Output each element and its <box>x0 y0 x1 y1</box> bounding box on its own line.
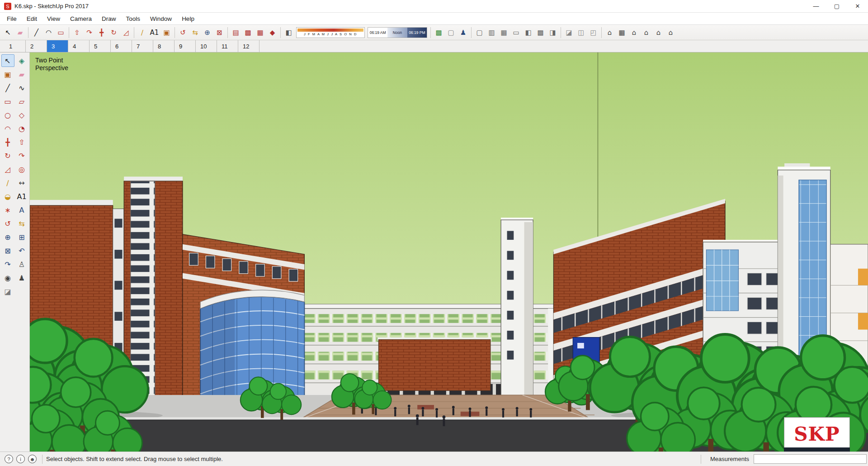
back-edges-style[interactable]: ▥ <box>486 26 498 38</box>
section-plane[interactable]: ◪ <box>563 26 575 38</box>
add-location[interactable]: ▢ <box>445 26 457 38</box>
right-view[interactable]: ⌂ <box>640 26 652 38</box>
help-icon[interactable]: ? <box>5 455 13 463</box>
menu-window[interactable]: Window <box>145 15 177 22</box>
dimension-tool[interactable]: ↔ <box>15 176 28 189</box>
textured-style[interactable]: ▩ <box>534 26 547 38</box>
orbit-tool[interactable]: ↺ <box>1 217 14 230</box>
minimize-button[interactable]: — <box>806 0 826 13</box>
text-tool[interactable]: A1 <box>15 190 28 203</box>
3d-text-tool[interactable]: A <box>15 204 28 216</box>
scene-tab-11[interactable]: 11 <box>217 40 238 52</box>
info-icon[interactable]: i <box>16 455 25 463</box>
sign-in-icon[interactable]: ☻ <box>28 455 37 463</box>
tape-measure-tool[interactable]: ∕ <box>136 26 148 38</box>
scene-tab-2[interactable]: 2 <box>26 40 47 52</box>
scene-tab-6[interactable]: 6 <box>111 40 132 52</box>
follow-me-tool[interactable]: ↷ <box>83 26 95 38</box>
front-view[interactable]: ⌂ <box>628 26 640 38</box>
zoom-tool[interactable]: ⊕ <box>1 231 14 243</box>
section-fill[interactable]: ◰ <box>587 26 599 38</box>
make-component-tool[interactable]: ◈ <box>15 54 28 67</box>
tape-measure-tool[interactable]: ∕ <box>1 176 14 189</box>
scene-tab-12[interactable]: 12 <box>238 40 259 52</box>
maximize-button[interactable]: ▢ <box>826 0 847 13</box>
axes-tool[interactable]: ∗ <box>1 204 14 216</box>
line-tool[interactable]: ╱ <box>30 26 42 38</box>
scene-tab-4[interactable]: 4 <box>68 40 90 52</box>
left-view[interactable]: ⌂ <box>665 26 677 38</box>
text-tool[interactable]: A1 <box>148 26 160 38</box>
select-tool[interactable]: ↖ <box>2 26 14 38</box>
offset-tool[interactable]: ◎ <box>15 163 28 176</box>
extension-warehouse[interactable]: ◆ <box>266 26 278 38</box>
scene-tab-9[interactable]: 9 <box>175 40 196 52</box>
photo-textures[interactable]: ♟ <box>457 26 469 38</box>
rectangle-tool[interactable]: ▭ <box>1 95 14 108</box>
menu-draw[interactable]: Draw <box>97 15 121 22</box>
pan-tool[interactable]: ⇆ <box>189 26 201 38</box>
arc-tool[interactable]: ◠ <box>1 122 14 135</box>
scale-tool[interactable]: ◿ <box>1 163 14 176</box>
components-browser[interactable]: ▤ <box>230 26 242 38</box>
measurements-input[interactable] <box>754 454 867 464</box>
menu-edit[interactable]: Edit <box>22 15 42 22</box>
geo-location[interactable]: ▩ <box>433 26 445 38</box>
shapes-tool[interactable]: ▭ <box>55 26 67 38</box>
top-view[interactable]: ▦ <box>616 26 628 38</box>
scene-tab-1[interactable]: 1 <box>5 40 26 52</box>
polygon-tool[interactable]: ◇ <box>15 109 28 121</box>
arc-tool[interactable]: ◠ <box>42 26 55 38</box>
follow-me-tool[interactable]: ↷ <box>15 149 28 162</box>
menu-file[interactable]: File <box>2 15 22 22</box>
scene-tab-8[interactable]: 8 <box>153 40 175 52</box>
xray-style[interactable]: ▢ <box>473 26 486 38</box>
rotated-rectangle-tool[interactable]: ▱ <box>15 95 28 108</box>
paint-bucket-tool[interactable]: ▣ <box>1 68 14 81</box>
pie-tool[interactable]: ◔ <box>15 122 28 135</box>
select-tool[interactable]: ↖ <box>1 54 14 67</box>
section-plane-tool[interactable]: ◪ <box>1 285 14 298</box>
menu-tools[interactable]: Tools <box>121 15 146 22</box>
zoom-window-tool[interactable]: ⊞ <box>15 231 28 243</box>
back-view[interactable]: ⌂ <box>652 26 665 38</box>
zoom-extents-tool[interactable]: ⊠ <box>213 26 226 38</box>
shadow-date-slider[interactable]: J F M A M J J A S O N D <box>296 27 365 38</box>
previous-view-tool[interactable]: ↶ <box>15 244 28 257</box>
push-pull-tool[interactable]: ⇧ <box>15 136 28 148</box>
eraser-tool[interactable]: ▰ <box>14 26 26 38</box>
rotate-tool[interactable]: ↻ <box>108 26 120 38</box>
pan-tool[interactable]: ⇆ <box>15 217 28 230</box>
scene-tab-7[interactable]: 7 <box>132 40 153 52</box>
styles-browser[interactable]: ▦ <box>254 26 266 38</box>
menu-view[interactable]: View <box>42 15 65 22</box>
iso-view[interactable]: ⌂ <box>604 26 616 38</box>
scene-tab-3[interactable]: 3 <box>47 40 68 52</box>
freehand-tool[interactable]: ∿ <box>15 81 28 94</box>
eraser-tool[interactable]: ▰ <box>15 68 28 81</box>
circle-tool[interactable]: ○ <box>1 109 14 121</box>
scale-tool[interactable]: ◿ <box>120 26 132 38</box>
paint-bucket-tool[interactable]: ▣ <box>160 26 173 38</box>
materials-browser[interactable]: ▩ <box>242 26 254 38</box>
hidden-line-style[interactable]: ▭ <box>510 26 522 38</box>
menu-camera[interactable]: Camera <box>65 15 97 22</box>
scene-tab-5[interactable]: 5 <box>90 40 111 52</box>
zoom-tool[interactable]: ⊕ <box>201 26 213 38</box>
scene-tab-10[interactable]: 10 <box>196 40 217 52</box>
zoom-extents-tool[interactable]: ⊠ <box>1 244 14 257</box>
menu-help[interactable]: Help <box>177 15 199 22</box>
shadows-toggle[interactable]: ◧ <box>283 26 295 38</box>
orbit-tool[interactable]: ↺ <box>177 26 189 38</box>
viewport[interactable]: Two Point Perspective SKP <box>30 52 868 452</box>
next-view-tool[interactable]: ↷ <box>1 258 14 271</box>
section-cuts[interactable]: ◫ <box>575 26 587 38</box>
protractor-tool[interactable]: ◒ <box>1 190 14 203</box>
shadow-time-slider[interactable]: 06:19 AM Noon 06:19 PM <box>368 27 427 38</box>
move-tool[interactable]: ╋ <box>1 136 14 148</box>
walk-tool[interactable]: ♟ <box>15 271 28 284</box>
move-tool[interactable]: ╋ <box>95 26 108 38</box>
close-button[interactable]: ✕ <box>847 0 868 13</box>
shaded-style[interactable]: ◧ <box>522 26 534 38</box>
look-around-tool[interactable]: ◉ <box>1 271 14 284</box>
